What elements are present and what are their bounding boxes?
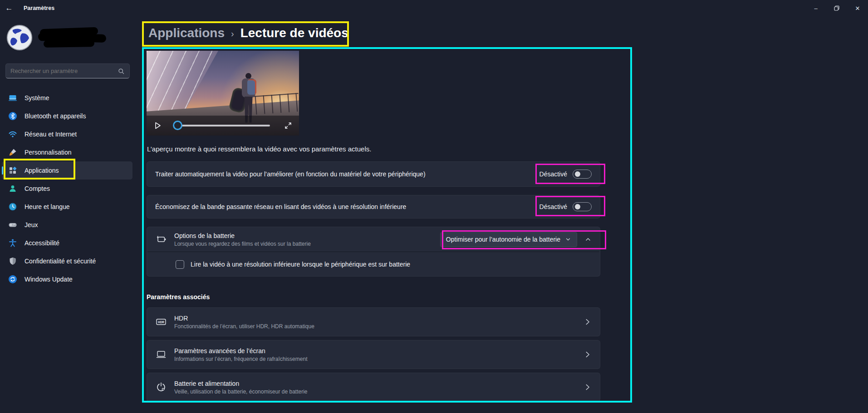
setting-label: Économisez de la bande passante réseau e… — [155, 203, 406, 210]
sidebar-item-accessibilite[interactable]: Accessibilité — [2, 234, 132, 252]
gamepad-icon — [8, 220, 17, 229]
related-item-advanced-display[interactable]: Paramètres avancées de l’écran Informati… — [147, 340, 600, 369]
toggle-state-label: Désactivé — [539, 203, 567, 210]
sidebar-item-label: Jeux — [25, 221, 38, 228]
sidebar-item-label: Bluetooth et appareils — [25, 112, 86, 120]
low-res-checkbox[interactable] — [176, 260, 184, 269]
battery-mode-dropdown[interactable]: Optimiser pour l’autonomie de la batteri… — [440, 232, 577, 247]
related-item-title: Paramètres avancées de l’écran — [174, 347, 307, 355]
titlebar: ← Paramètres – ✕ — [0, 0, 868, 16]
related-item-subtitle: Informations sur l’écran, fréquence de r… — [174, 356, 307, 362]
sidebar-item-label: Accessibilité — [25, 239, 59, 247]
page-title: Lecture de vidéos — [240, 26, 348, 40]
svg-text:HDR: HDR — [158, 321, 164, 324]
setting-save-bandwidth: Économisez de la bande passante réseau e… — [147, 195, 600, 219]
sidebar-item-windows-update[interactable]: Windows Update — [2, 270, 132, 288]
chevron-right-icon — [584, 318, 592, 326]
wifi-icon — [8, 130, 17, 139]
restore-button[interactable] — [826, 0, 847, 16]
toggle-state-label: Désactivé — [539, 170, 567, 178]
back-arrow-icon: ← — [5, 4, 13, 13]
battery-options-subtitle: Lorsque vous regardez des films et vidéo… — [174, 241, 311, 247]
breadcrumb-separator-icon: › — [231, 27, 234, 39]
clock-icon — [8, 202, 17, 211]
battery-mode-selected-value: Optimiser pour l’autonomie de la batteri… — [446, 236, 560, 243]
related-item-subtitle: Veille, utilisation de la batterie, écon… — [174, 389, 308, 395]
setting-label: Traiter automatiquement la vidéo pour l’… — [155, 170, 426, 178]
search-icon — [118, 68, 125, 75]
video-controls — [147, 116, 299, 136]
chevron-down-icon — [565, 236, 571, 243]
settings-window: ← Paramètres – ✕ — [0, 0, 868, 413]
update-icon — [8, 275, 17, 284]
power-icon — [155, 381, 167, 393]
sidebar-item-systeme[interactable]: Système — [2, 89, 132, 107]
sidebar-item-comptes[interactable]: Comptes — [2, 180, 132, 198]
breadcrumb-applications[interactable]: Applications — [148, 26, 225, 40]
save-bandwidth-toggle[interactable] — [573, 202, 592, 211]
apps-icon — [8, 166, 17, 175]
chevron-up-icon — [584, 236, 592, 243]
seek-thumb[interactable] — [173, 121, 182, 130]
sidebar-item-label: Réseau et Internet — [25, 131, 77, 138]
sidebar-nav: Système Bluetooth et appareils Réseau et… — [2, 89, 132, 288]
process-video-toggle[interactable] — [573, 170, 592, 179]
preview-caption: L’aperçu montre à quoi ressemblera la vi… — [147, 145, 371, 153]
setting-process-video: Traiter automatiquement la vidéo pour l’… — [147, 161, 600, 187]
toggle-knob — [575, 204, 580, 209]
close-button[interactable]: ✕ — [847, 0, 868, 16]
toggle-knob — [575, 171, 580, 177]
sidebar-item-bluetooth[interactable]: Bluetooth et appareils — [2, 107, 132, 125]
sidebar-item-label: Heure et langue — [25, 203, 70, 210]
bluetooth-icon — [8, 112, 17, 121]
chevron-right-icon — [584, 350, 592, 359]
window-title: Paramètres — [24, 5, 54, 11]
sidebar-item-personnalisation[interactable]: Personnalisation — [2, 143, 132, 161]
related-item-title: HDR — [174, 315, 314, 322]
sidebar-item-label: Personnalisation — [25, 149, 72, 156]
related-settings-heading: Paramètres associés — [147, 293, 210, 301]
fullscreen-icon[interactable] — [284, 121, 293, 130]
close-icon: ✕ — [855, 5, 860, 12]
video-seek-slider[interactable] — [174, 125, 270, 126]
sidebar-item-jeux[interactable]: Jeux — [2, 216, 132, 234]
back-button[interactable]: ← — [0, 0, 18, 16]
user-avatar-globe — [6, 24, 33, 51]
sidebar-item-label: Comptes — [25, 185, 50, 192]
sidebar-item-label: Applications — [25, 167, 59, 174]
accessibility-icon — [8, 238, 17, 248]
account-icon — [8, 184, 17, 193]
sidebar-item-heure-langue[interactable]: Heure et langue — [2, 198, 132, 216]
battery-options-title: Options de la batterie — [174, 232, 311, 239]
process-video-toggle-group: Désactivé — [539, 170, 592, 179]
window-controls: – ✕ — [805, 0, 868, 16]
sidebar-item-applications[interactable]: Applications — [2, 161, 132, 180]
sidebar-item-confidentialite[interactable]: Confidentialité et sécurité — [2, 252, 132, 270]
video-preview — [147, 51, 299, 136]
chevron-right-icon — [584, 383, 592, 391]
redacted-user-name — [44, 39, 94, 48]
shield-icon — [8, 257, 17, 266]
user-account[interactable] — [6, 24, 129, 53]
sidebar-item-label: Confidentialité et sécurité — [25, 258, 96, 265]
sidebar-item-reseau[interactable]: Réseau et Internet — [2, 125, 132, 143]
restore-icon — [834, 5, 839, 11]
related-item-hdr[interactable]: HDR HDR Fonctionnalités de l’écran, util… — [147, 307, 600, 336]
sidebar-item-label: Windows Update — [25, 276, 73, 283]
related-item-subtitle: Fonctionnalités de l’écran, utiliser HDR… — [174, 323, 314, 330]
brush-icon — [8, 148, 17, 157]
save-bandwidth-toggle-group: Désactivé — [539, 202, 592, 211]
minimize-button[interactable]: – — [805, 0, 826, 16]
low-res-checkbox-label: Lire la vidéo à une résolution inférieur… — [191, 261, 410, 268]
battery-video-icon — [155, 233, 167, 245]
hdr-icon: HDR — [155, 316, 167, 328]
related-item-battery-power[interactable]: Batterie et alimentation Veille, utilisa… — [147, 373, 600, 402]
search-box — [5, 63, 130, 78]
sidebar-item-label: Système — [25, 94, 49, 102]
battery-options-collapse-button[interactable] — [584, 236, 592, 243]
system-icon — [8, 93, 17, 102]
display-icon — [155, 349, 167, 360]
search-input[interactable] — [10, 68, 118, 74]
sidebar: Système Bluetooth et appareils Réseau et… — [0, 16, 136, 413]
play-icon[interactable] — [153, 121, 162, 130]
